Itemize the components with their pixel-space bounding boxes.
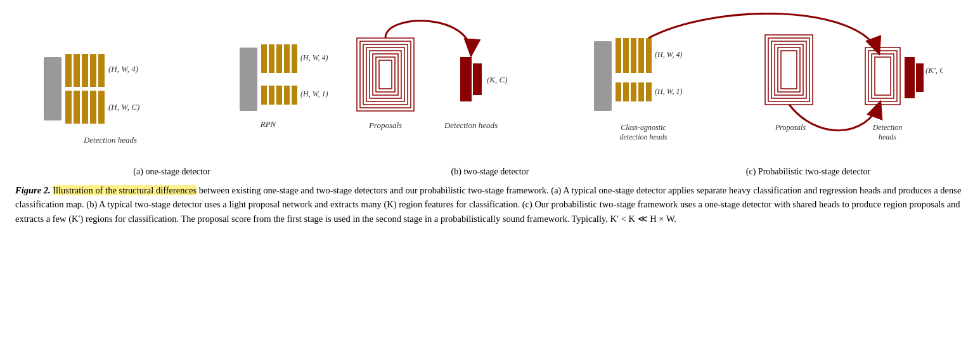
svg-rect-11 — [98, 91, 105, 124]
svg-rect-62 — [771, 41, 806, 98]
svg-rect-37 — [379, 60, 392, 89]
svg-text:detection heads: detection heads — [619, 133, 667, 141]
svg-text:(K′, C): (K′, C) — [925, 65, 943, 75]
svg-rect-56 — [646, 82, 652, 101]
svg-rect-39 — [460, 57, 472, 101]
svg-text:Detection heads: Detection heads — [444, 120, 498, 130]
svg-rect-7 — [65, 91, 72, 124]
diagram-b-svg: (H, W, 4) (H, W, 1) RPN — [233, 19, 538, 159]
svg-text:(H, W, 4): (H, W, 4) — [300, 53, 328, 62]
figure-number: Figure 2. — [15, 185, 51, 195]
svg-rect-49 — [638, 38, 644, 73]
svg-text:(H, W, 4): (H, W, 4) — [655, 50, 683, 59]
svg-rect-68 — [868, 51, 897, 101]
svg-rect-1 — [44, 57, 61, 120]
svg-rect-4 — [82, 54, 88, 87]
diagram-a-svg: (H, W, 4) (H, W, C) Detection heads — [37, 32, 183, 159]
figure-caption: Figure 2. Illustration of the structural… — [13, 183, 967, 226]
svg-rect-47 — [623, 38, 629, 73]
svg-rect-50 — [646, 38, 652, 73]
svg-rect-23 — [261, 86, 267, 105]
diagram-c: (H, W, 4) (H, W, 1) Class-agnostic detec… — [588, 13, 943, 159]
svg-rect-2 — [65, 54, 72, 87]
svg-rect-55 — [638, 82, 644, 101]
svg-rect-20 — [284, 44, 290, 73]
svg-rect-33 — [366, 48, 404, 101]
svg-text:heads: heads — [879, 133, 896, 141]
svg-text:(H, W, 4): (H, W, 4) — [108, 64, 138, 74]
svg-text:(K, C): (K, C) — [487, 75, 508, 84]
svg-text:Proposals: Proposals — [368, 120, 402, 130]
svg-rect-25 — [276, 86, 282, 105]
svg-rect-19 — [276, 44, 282, 73]
svg-rect-48 — [631, 38, 636, 73]
svg-rect-18 — [269, 44, 274, 73]
svg-rect-10 — [90, 91, 96, 124]
svg-rect-71 — [905, 57, 915, 98]
svg-rect-8 — [74, 91, 80, 124]
svg-rect-45 — [594, 41, 612, 111]
svg-rect-70 — [875, 57, 891, 95]
diagram-c-svg: (H, W, 4) (H, W, 1) Class-agnostic detec… — [588, 13, 943, 159]
diagrams-row: (H, W, 4) (H, W, C) Detection heads — [13, 6, 967, 162]
svg-rect-34 — [370, 51, 401, 98]
svg-rect-65 — [781, 51, 797, 89]
svg-text:Detection heads: Detection heads — [83, 135, 137, 145]
svg-rect-6 — [98, 54, 105, 87]
svg-text:(H, W, 1): (H, W, 1) — [655, 87, 683, 96]
svg-rect-40 — [473, 63, 482, 95]
highlight-text: Illustration of the structural differenc… — [53, 185, 197, 195]
svg-rect-16 — [240, 48, 257, 111]
svg-rect-26 — [284, 86, 290, 105]
figure-container: (H, W, 4) (H, W, C) Detection heads — [13, 6, 967, 226]
svg-text:Class-agnostic: Class-agnostic — [621, 123, 666, 132]
caption-a: (a) one-stage detector — [13, 167, 331, 177]
svg-text:RPN: RPN — [260, 119, 277, 129]
svg-rect-72 — [916, 63, 924, 92]
svg-rect-53 — [623, 82, 629, 101]
diagram-b: (H, W, 4) (H, W, 1) RPN — [233, 19, 538, 159]
svg-text:(H, W, C): (H, W, C) — [108, 102, 139, 112]
svg-rect-3 — [74, 54, 80, 87]
svg-text:Proposals: Proposals — [775, 123, 806, 132]
svg-rect-21 — [292, 44, 297, 73]
svg-rect-63 — [775, 44, 803, 95]
svg-rect-24 — [269, 86, 274, 105]
svg-rect-52 — [616, 82, 621, 101]
svg-rect-5 — [90, 54, 96, 87]
caption-b: (b) two-stage detector — [331, 167, 649, 177]
captions-row: (a) one-stage detector (b) two-stage det… — [13, 162, 967, 179]
svg-rect-67 — [865, 48, 900, 105]
svg-rect-17 — [261, 44, 267, 73]
svg-text:(H, W, 1): (H, W, 1) — [300, 89, 328, 98]
svg-rect-30 — [357, 38, 414, 111]
svg-rect-54 — [631, 82, 636, 101]
svg-rect-46 — [616, 38, 621, 73]
caption-c: (c) Probabilistic two-stage detector — [649, 167, 967, 177]
svg-rect-9 — [82, 91, 88, 124]
svg-text:Detection: Detection — [872, 123, 902, 132]
diagram-a: (H, W, 4) (H, W, C) Detection heads — [37, 32, 183, 159]
svg-rect-27 — [292, 86, 297, 105]
svg-rect-60 — [765, 35, 813, 105]
